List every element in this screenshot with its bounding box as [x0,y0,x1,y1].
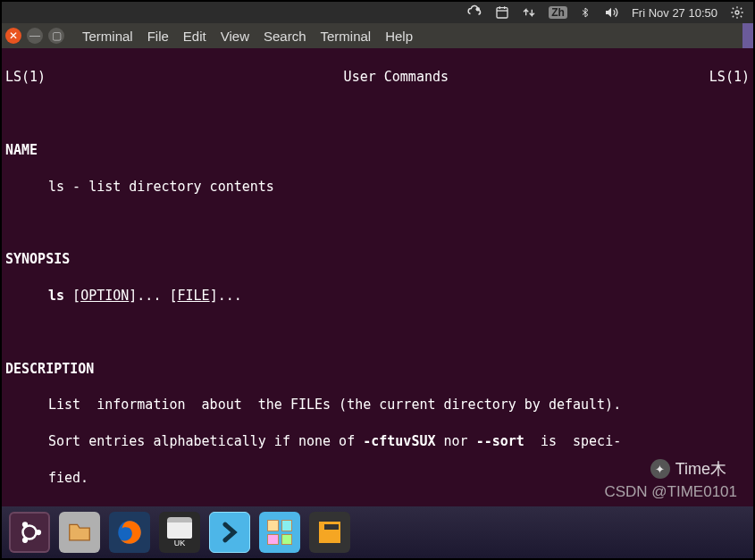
menu-help[interactable]: Help [380,29,418,44]
menu-terminal-2[interactable]: Terminal [315,29,377,44]
settings-gear-icon[interactable] [730,5,744,20]
watermark-csdn: CSDN @TIME0101 [604,483,737,501]
man-header-right: LS(1) [541,68,750,86]
bluetooth-icon[interactable] [580,5,591,20]
svg-point-0 [476,7,481,12]
menu-terminal[interactable]: Terminal [77,29,138,44]
window-minimize-button[interactable]: — [27,28,43,44]
dock-ubuntu-icon[interactable] [9,512,50,553]
svg-rect-1 [497,8,508,18]
window-close-button[interactable]: ✕ [5,28,21,44]
dock: UK [2,506,753,558]
calendar-icon[interactable] [495,5,509,20]
svg-point-7 [36,530,41,535]
dock-files-icon[interactable] [59,512,100,553]
clock[interactable]: Fri Nov 27 10:50 [632,6,717,20]
svg-point-6 [23,526,37,539]
svg-point-8 [22,522,28,527]
desc-line: Sort entries alphabetically if none of -… [5,432,750,450]
window-maximize-button[interactable]: ▢ [48,28,64,44]
dock-save-icon[interactable] [309,512,350,553]
desc-line: List information about the FILEs (the cu… [5,396,750,414]
window-controls: ✕ — ▢ [5,28,64,44]
menu-items: Terminal File Edit View Search Terminal … [77,29,418,44]
network-icon[interactable] [522,5,536,20]
wechat-icon: ✦ [650,459,670,479]
section-description: DESCRIPTION [5,360,750,378]
menu-edit[interactable]: Edit [178,29,212,44]
section-synopsis: SYNOPSIS [5,250,750,268]
menu-search[interactable]: Search [258,29,312,44]
man-header-left: LS(1) [5,68,251,86]
dock-firefox-icon[interactable] [109,512,150,553]
system-topbar: Zh Fri Nov 27 10:50 [2,2,753,23]
synopsis-line: ls [OPTION]... [FILE]... [5,287,750,305]
window-menubar: ✕ — ▢ Terminal File Edit View Search Ter… [2,23,753,48]
man-header-center: User Commands [251,68,541,86]
weather-icon[interactable] [466,4,482,21]
dock-terminal-active-icon[interactable] [209,512,250,553]
dock-software-icon[interactable]: UK [159,512,200,553]
menu-file[interactable]: File [142,29,174,44]
section-name: NAME [5,141,750,159]
ime-indicator[interactable]: Zh [549,6,567,19]
terminal[interactable]: LS(1)User CommandsLS(1) NAME ls - list d… [2,48,753,506]
dock-apps-icon[interactable] [259,512,300,553]
svg-point-9 [22,538,28,543]
svg-point-5 [735,11,739,14]
watermark-wechat: ✦ Time木 [650,458,726,480]
name-line: ls - list directory contents [5,178,750,196]
menu-view[interactable]: View [215,29,255,44]
volume-icon[interactable] [603,5,619,20]
